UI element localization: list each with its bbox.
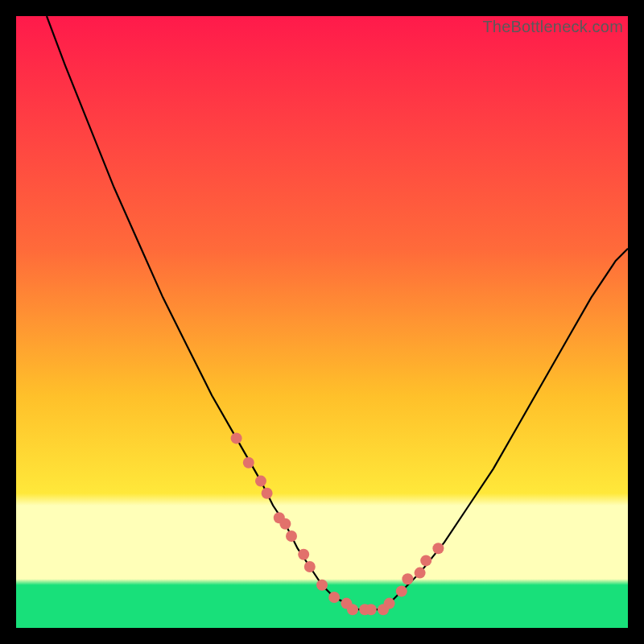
watermark-text: TheBottleneck.com [482,18,623,36]
highlight-dot [365,604,377,615]
highlight-dot [316,580,328,591]
highlight-dot [347,604,358,615]
highlight-dot [243,457,254,469]
highlight-dot [255,476,266,487]
highlight-dot [432,543,444,554]
bottleneck-chart [16,16,628,628]
highlight-dot [402,573,413,584]
highlight-dot [420,555,431,566]
highlight-dot [279,518,291,530]
chart-frame: TheBottleneck.com [16,16,628,628]
highlight-dot [384,598,395,609]
highlight-dot [415,568,426,579]
highlight-dot [304,561,316,572]
highlight-dot [328,592,340,603]
highlight-dot [298,549,309,560]
highlight-dot [396,585,407,597]
highlight-dot [262,488,273,499]
gradient-background [16,16,628,628]
highlight-dot [231,432,242,444]
highlight-dot [286,530,297,542]
